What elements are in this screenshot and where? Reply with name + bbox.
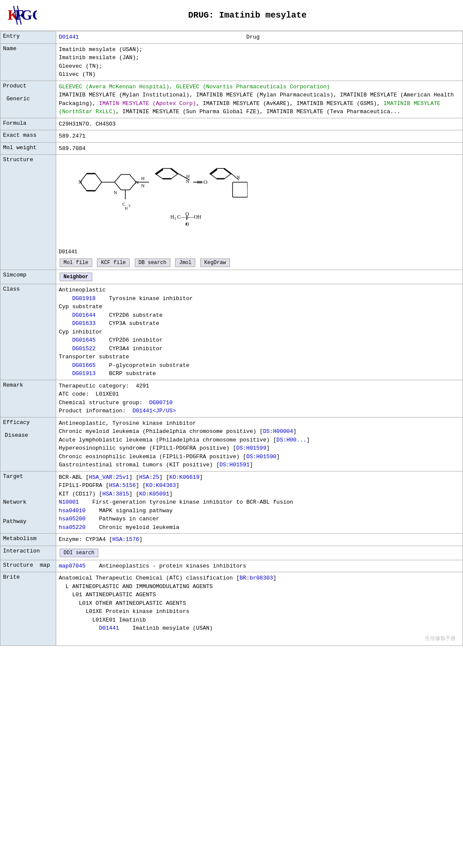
svg-marker-32 (210, 168, 231, 179)
entry-id[interactable]: D01441 (59, 34, 79, 40)
generic-label: Generic (3, 96, 30, 102)
target-value: BCR-ABL [HSA_VAR:25v1] [HSA:25] [KO:K066… (56, 471, 463, 534)
jmol-button[interactable]: Jmol (175, 258, 195, 267)
brite-value: Anatomical Therapeutic Chemical (ATC) cl… (56, 572, 463, 646)
svg-text:3: 3 (174, 216, 176, 221)
hsa-5156-link[interactable]: HSA:5156 (109, 482, 136, 489)
exact-mass-label: Exact mass (0, 130, 56, 143)
product-brand: GLEEVEC (Avera McKennan Hospital), GLEEV… (59, 84, 330, 90)
svg-line-23 (171, 168, 178, 174)
metabolism-label: Metabolism (0, 534, 56, 546)
main-table: Entry D01441 Drug Name Imatinib mesylate… (0, 31, 463, 646)
hsa-1576-link[interactable]: HSA:1576 (112, 536, 139, 543)
dg01918-link[interactable]: DG01918 (72, 295, 96, 302)
n10001-link[interactable]: N10001 (59, 499, 79, 505)
interaction-value: DDI search (56, 546, 463, 560)
page-header: K F GG DRUG: Imatinib mesylate (0, 0, 463, 31)
product-label: Product Generic (0, 81, 56, 118)
hsa-3815-link[interactable]: HSA:3815 (102, 491, 129, 497)
exact-mass-row: Exact mass 589.2471 (0, 130, 463, 143)
interaction-label: Interaction (0, 546, 56, 560)
formula-row: Formula C29H31N7O. CH4SO3 (0, 118, 463, 130)
entry-value: D01441 Drug (56, 31, 463, 44)
entry-label: Entry (0, 31, 56, 44)
structure-label: Structure (0, 155, 56, 270)
network-label: Network (3, 499, 27, 505)
efficacy-row: Efficacy Disease Antineoplastic, Tyrosin… (0, 417, 463, 471)
svg-text:H: H (170, 214, 174, 220)
hsa05200-link[interactable]: hsa05200 (59, 516, 85, 522)
ko-k05091-link[interactable]: KO:K05091 (139, 491, 169, 497)
ds-h01590-link[interactable]: DS:H01590 (246, 454, 276, 460)
hsa-var-link[interactable]: HSA_VAR:25v1 (89, 474, 129, 481)
structure-map-label: Structure map (0, 560, 56, 572)
structure-row: Structure N N N C H 3 (0, 155, 463, 270)
efficacy-text: Antineoplastic, Tyrosine kinase inhibito… (59, 420, 196, 426)
d01441-remark-link[interactable]: D01441<JP/US> (133, 408, 176, 414)
structure-id: D01441 (59, 248, 460, 256)
svg-marker-6 (80, 174, 102, 191)
simcomp-label: Simcomp (0, 270, 56, 284)
efficacy-label: Efficacy Disease (0, 417, 56, 471)
exact-mass-value: 589.2471 (56, 130, 463, 143)
svg-marker-21 (155, 168, 178, 179)
br08303-link[interactable]: BR:br08303 (239, 575, 273, 581)
entry-row: Entry D01441 Drug (0, 31, 463, 44)
pathway-label: Pathway (3, 518, 27, 525)
formula-label: Formula (0, 118, 56, 130)
dg01644-link[interactable]: DG01644 (72, 312, 96, 318)
mol-weight-value: 589.7084 (56, 142, 463, 155)
hsa-25-link[interactable]: HSA:25 (139, 474, 159, 481)
dg01522-link[interactable]: DG01522 (72, 345, 96, 352)
class-row: Class Antineoplastic DG01918 Tyrosine ki… (0, 284, 463, 380)
svg-text:H: H (141, 176, 145, 181)
ds-h01599-link[interactable]: DS:H01599 (236, 445, 266, 451)
ds-h00004-link[interactable]: DS:H00004 (263, 428, 293, 435)
brite-label: Brite (0, 572, 56, 646)
svg-text:N: N (114, 190, 117, 195)
class-label: Class (0, 284, 56, 380)
svg-text:H: H (186, 174, 190, 179)
ds-h00-link[interactable]: DS:H00... (276, 437, 306, 443)
map07045-desc: Antineoplastics - protein kinases inhibi… (99, 563, 246, 569)
mol-file-button[interactable]: Mol file (60, 258, 92, 267)
ddi-search-button[interactable]: DDI search (60, 549, 98, 557)
kegg-logo: K F GG (7, 3, 37, 27)
kegdraw-button[interactable]: KegDraw (200, 258, 230, 267)
formula-value: C29H31N7O. CH4SO3 (56, 118, 463, 130)
svg-text:GG: GG (21, 7, 37, 23)
hsa04010-link[interactable]: hsa04010 (59, 508, 85, 514)
dg00710-link[interactable]: DG00710 (149, 399, 173, 406)
svg-text:O: O (185, 211, 189, 217)
dg01645-link[interactable]: DG01645 (72, 337, 96, 343)
svg-text:O: O (203, 179, 207, 185)
kcf-file-button[interactable]: KCF file (97, 258, 130, 267)
ds-h01591-link[interactable]: DS:H01591 (219, 462, 249, 468)
name-label: Name (0, 43, 56, 81)
dg01665-link[interactable]: DG01665 (72, 362, 96, 369)
product-generic: IMATINIB MESYLATE (Mylan Institutional),… (59, 92, 454, 115)
target-row: Target Network Pathway BCR-ABL [HSA_VAR:… (0, 471, 463, 534)
disease-label: Disease (3, 432, 28, 439)
remark-value: Therapeutic category: 4291 ATC code: L01… (56, 380, 463, 417)
chemical-structure-svg: N N N C H 3 H N (59, 156, 248, 246)
db-search-button[interactable]: DB search (135, 258, 170, 267)
svg-line-34 (224, 168, 231, 174)
dg01913-link[interactable]: DG01913 (72, 370, 96, 377)
svg-text:N: N (186, 179, 189, 184)
entry-type: Drug (246, 34, 260, 40)
structure-buttons: Mol file KCF file DB search Jmol KegDraw (59, 258, 460, 268)
class-value: Antineoplastic DG01918 Tyrosine kinase i… (56, 284, 463, 380)
svg-text:N: N (141, 183, 145, 188)
d01441-brite-link[interactable]: D01441 (99, 625, 119, 631)
product-row: Product Generic GLEEVEC (Avera McKennan … (0, 81, 463, 118)
neighbor-button[interactable]: Neighbor (60, 273, 92, 281)
hsa05220-link[interactable]: hsa05220 (59, 524, 85, 531)
structure-map-value: map07045 Antineoplastics - protein kinas… (56, 560, 463, 572)
ko-k04363-link[interactable]: KO:K04363 (146, 482, 176, 489)
map07045-link[interactable]: map07045 (59, 563, 85, 569)
ko-k06619-link[interactable]: KO:K06619 (169, 474, 199, 481)
metabolism-value: Enzyme: CYP3A4 [HSA:1576] (56, 534, 463, 546)
svg-text:3: 3 (128, 204, 130, 208)
dg01633-link[interactable]: DG01633 (72, 320, 96, 327)
